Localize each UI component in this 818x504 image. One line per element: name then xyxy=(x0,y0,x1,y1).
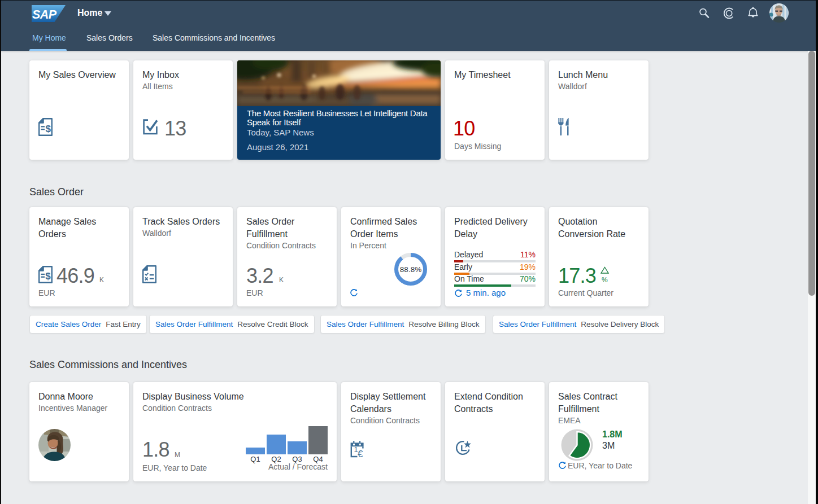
svg-text:%: % xyxy=(602,276,608,284)
svg-text:88.8%: 88.8% xyxy=(400,265,421,274)
svg-text:$: $ xyxy=(46,124,51,134)
svg-text:$: $ xyxy=(45,271,51,282)
svg-text:€: € xyxy=(358,449,363,458)
svg-text:SAP: SAP xyxy=(32,8,57,21)
